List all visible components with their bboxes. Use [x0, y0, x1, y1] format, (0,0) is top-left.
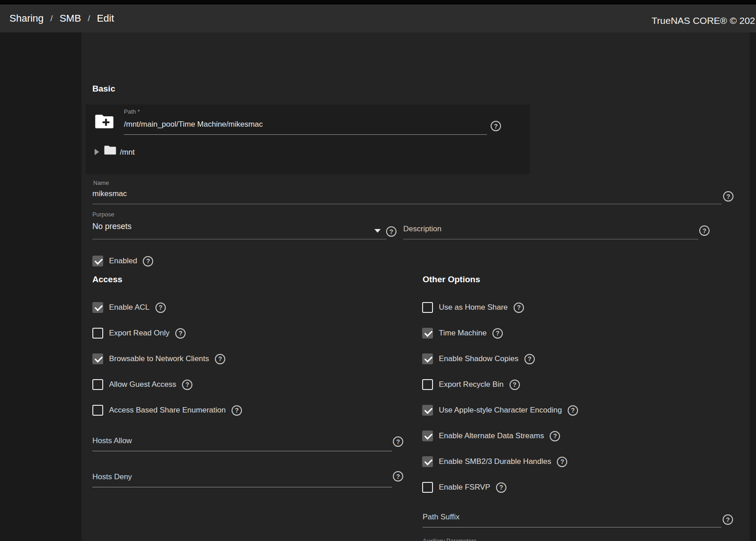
checkbox[interactable]: [92, 328, 103, 339]
path-help-icon[interactable]: ?: [491, 121, 501, 131]
help-icon[interactable]: ?: [232, 405, 242, 416]
checkbox-row: Export Read Only ?: [92, 328, 186, 339]
checkbox-row: Use as Home Share ?: [422, 302, 524, 313]
basic-section-heading: Basic: [92, 84, 115, 94]
checkbox-row: Enabled ?: [92, 256, 153, 266]
help-icon[interactable]: ?: [557, 457, 567, 467]
checkbox[interactable]: [92, 353, 103, 364]
help-icon[interactable]: ?: [510, 380, 520, 390]
help-icon[interactable]: ?: [182, 380, 192, 390]
toolbar: Sharing / SMB / Edit TrueNAS CORE® © 202: [0, 5, 756, 32]
help-icon[interactable]: ?: [524, 354, 535, 364]
help-icon[interactable]: ?: [492, 328, 503, 339]
help-icon[interactable]: ?: [514, 303, 524, 313]
name-help-icon[interactable]: ?: [723, 191, 733, 202]
path-field-label: Path *: [124, 108, 140, 115]
checkbox-label: Enable Alternate Data Streams: [439, 431, 544, 440]
help-icon[interactable]: ?: [155, 303, 166, 313]
checkbox[interactable]: [422, 405, 433, 416]
help-icon[interactable]: ?: [568, 405, 578, 416]
path-suffix-help-icon[interactable]: ?: [723, 514, 733, 525]
checkbox-row: Use Apple-style Character Encoding ?: [422, 405, 578, 416]
expand-arrow-icon[interactable]: [95, 149, 99, 155]
name-input[interactable]: [92, 188, 722, 204]
hosts-deny-help-icon[interactable]: ?: [393, 471, 403, 481]
description-help-icon[interactable]: ?: [699, 225, 710, 236]
checkbox-row: Access Based Share Enumeration ?: [92, 405, 242, 416]
checkbox-label: Enabled: [109, 257, 137, 266]
aux-parameters-label: Auxiliary Parameters: [423, 537, 477, 541]
checkbox-label: Export Read Only: [109, 329, 169, 338]
breadcrumb: Sharing / SMB / Edit: [0, 13, 114, 24]
purpose-help-icon[interactable]: ?: [386, 226, 396, 237]
checkbox-label: Time Machine: [439, 329, 487, 338]
hosts-allow-input[interactable]: [92, 435, 392, 451]
checkbox[interactable]: [92, 379, 103, 390]
checkbox-label: Browsable to Network Clients: [109, 354, 209, 363]
breadcrumb-separator: /: [88, 14, 90, 23]
checkbox-label: Enable Shadow Copies: [439, 354, 519, 363]
checkbox-row: Time Machine ?: [422, 328, 503, 339]
breadcrumb-separator: /: [50, 14, 53, 23]
checkbox-label: Export Recycle Bin: [439, 380, 504, 389]
breadcrumb-current-edit: Edit: [97, 13, 114, 24]
access-section-heading: Access: [92, 275, 123, 284]
hosts-deny-input[interactable]: [92, 471, 392, 487]
checkbox[interactable]: [422, 353, 433, 364]
window-top-strip: [0, 0, 756, 5]
checkbox[interactable]: [422, 328, 433, 339]
checkbox-row: Browsable to Network Clients ?: [92, 353, 225, 364]
checkbox-row: Enable ACL ?: [92, 302, 166, 313]
path-input[interactable]: [124, 118, 487, 135]
checkbox-row: Allow Guest Access ?: [92, 379, 192, 390]
checkbox-label: Use as Home Share: [439, 303, 508, 312]
help-icon[interactable]: ?: [175, 328, 186, 339]
folder-icon: [104, 145, 116, 155]
help-icon[interactable]: ?: [496, 482, 506, 493]
checkbox-label: Enable FSRVP: [439, 483, 490, 492]
breadcrumb-link-smb[interactable]: SMB: [59, 13, 81, 24]
other-options-section-heading: Other Options: [423, 275, 480, 284]
checkbox[interactable]: [92, 405, 103, 416]
breadcrumb-link-sharing[interactable]: Sharing: [9, 13, 44, 24]
description-input[interactable]: [403, 223, 698, 239]
path-suffix-input[interactable]: [423, 511, 721, 527]
checkbox-row: Export Recycle Bin ?: [422, 379, 520, 390]
help-icon[interactable]: ?: [215, 354, 225, 364]
brand-text: TrueNAS CORE® © 202: [651, 15, 755, 26]
name-field-label: Name: [93, 179, 109, 186]
purpose-underline: [92, 239, 387, 239]
checkbox[interactable]: [422, 302, 433, 313]
checkbox-label: Use Apple-style Character Encoding: [439, 406, 562, 415]
checkbox[interactable]: [422, 482, 433, 493]
path-browser-panel: [86, 105, 530, 174]
purpose-field-label: Purpose: [92, 211, 114, 218]
help-icon[interactable]: ?: [143, 256, 153, 266]
checkbox[interactable]: [422, 431, 433, 441]
tree-item-mnt[interactable]: /mnt: [120, 148, 135, 157]
page-background: Basic Path * ? /mnt Name ? Purpose No pr…: [0, 32, 756, 541]
checkbox[interactable]: [92, 302, 103, 313]
purpose-select[interactable]: No presets: [92, 222, 132, 231]
checkbox-row: Enable FSRVP ?: [422, 482, 506, 493]
checkbox[interactable]: [92, 256, 103, 266]
checkbox-row: Enable Shadow Copies ?: [422, 353, 535, 364]
checkbox[interactable]: [422, 379, 433, 390]
checkbox-label: Enable ACL: [109, 303, 150, 312]
checkbox-row: Enable Alternate Data Streams ?: [422, 431, 560, 441]
checkbox-label: Access Based Share Enumeration: [109, 406, 226, 415]
help-icon[interactable]: ?: [550, 431, 560, 441]
checkbox-row: Enable SMB2/3 Durable Handles ?: [422, 456, 567, 467]
dropdown-arrow-icon: [374, 229, 381, 233]
hosts-allow-help-icon[interactable]: ?: [393, 436, 403, 447]
add-folder-icon: [95, 114, 114, 129]
checkbox-label: Enable SMB2/3 Durable Handles: [439, 457, 551, 466]
checkbox[interactable]: [422, 456, 433, 467]
checkbox-label: Allow Guest Access: [109, 380, 176, 389]
